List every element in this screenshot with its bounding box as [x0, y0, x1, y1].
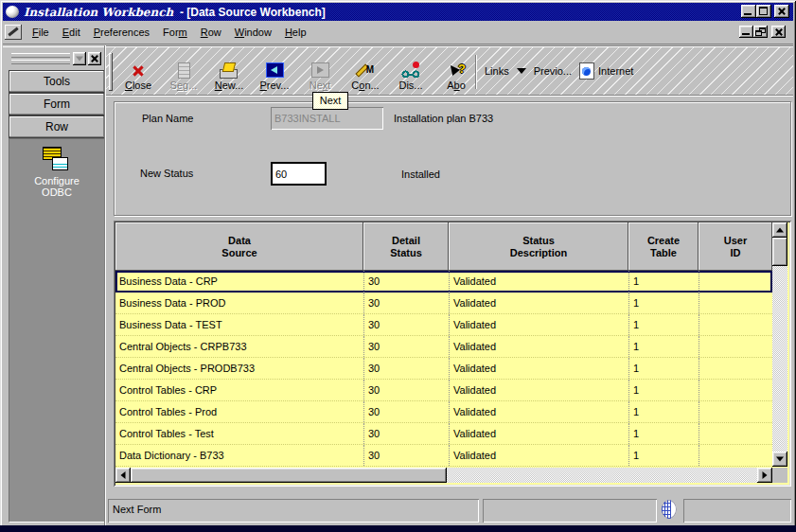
- links-dropdown-icon[interactable]: [517, 68, 526, 74]
- sidebar-tab-form[interactable]: Form: [9, 93, 105, 115]
- column-header-user-id[interactable]: UserID: [699, 222, 772, 271]
- table-row[interactable]: Business Data - TEST30Validated1: [115, 314, 772, 336]
- table-row[interactable]: Central Objects - CRPB73330Validated1: [115, 336, 772, 358]
- column-header-data-source[interactable]: DataSource: [115, 222, 363, 271]
- close-button[interactable]: [774, 5, 789, 18]
- menu-preferences[interactable]: Preferences: [87, 22, 156, 43]
- scroll-left-button[interactable]: [115, 468, 131, 483]
- cell: Validated: [449, 271, 628, 293]
- cell: [699, 445, 772, 466]
- status-message: Next Form: [113, 504, 161, 515]
- menu-help[interactable]: Help: [278, 22, 313, 43]
- cell: Central Objects - CRPB733: [115, 336, 363, 357]
- table-row[interactable]: Business Data - PROD30Validated1: [115, 293, 772, 314]
- app-sphere-icon: [6, 6, 19, 18]
- plan-name-field: [271, 107, 383, 130]
- tab-label: Form: [44, 98, 70, 111]
- toolbar-button-close[interactable]: Close: [116, 52, 160, 92]
- horizontal-scrollbar[interactable]: [115, 468, 772, 483]
- toolbar-button-label: Prev...: [260, 80, 290, 92]
- sidebar-exit-panel: Configure ODBC: [9, 138, 105, 523]
- cell: Validated: [449, 358, 628, 379]
- status-panel-3: [683, 499, 791, 523]
- cell: Business Data - CRP: [115, 271, 363, 293]
- prev-icon: [264, 62, 285, 80]
- sidebar-drag-handle[interactable]: [11, 53, 70, 58]
- table-row[interactable]: Control Tables - CRP30Validated1: [115, 380, 772, 401]
- horizontal-scroll-thumb[interactable]: [131, 468, 447, 483]
- cell: [699, 358, 772, 379]
- links-internet-button[interactable]: Internet: [598, 65, 633, 77]
- toolbar-button-label: Dis...: [398, 80, 422, 92]
- toolbar-button-dis[interactable]: Dis...: [389, 52, 433, 92]
- cell: 30: [363, 293, 449, 313]
- cell: 30: [363, 314, 449, 335]
- cell: 1: [628, 380, 699, 400]
- toolbar-button-abo[interactable]: Abo: [434, 52, 478, 92]
- menu-window[interactable]: Window: [228, 22, 278, 43]
- pen-icon: [355, 62, 376, 80]
- scroll-right-button[interactable]: [757, 468, 772, 483]
- plan-name-label: Plan Name: [142, 113, 193, 124]
- cell: Validated: [449, 314, 628, 335]
- cell: Control Tables - CRP: [115, 380, 363, 400]
- scroll-down-button[interactable]: [772, 452, 787, 467]
- toolbar-button-con[interactable]: Con...: [344, 52, 387, 92]
- cell: 30: [363, 271, 449, 293]
- toolbar-button-prev[interactable]: Prev...: [253, 52, 296, 92]
- app-icon[interactable]: [5, 25, 22, 40]
- sidebar-dropdown-button[interactable]: [73, 52, 86, 65]
- column-header-status-description[interactable]: StatusDescription: [449, 222, 628, 271]
- cell: 1: [628, 271, 699, 293]
- cell: 1: [628, 445, 699, 466]
- table-row[interactable]: Control Tables - Prod30Validated1: [115, 401, 772, 423]
- glasses-icon: [400, 62, 421, 80]
- toolbar-button-next: Next: [298, 52, 342, 92]
- vertical-scrollbar[interactable]: [772, 222, 787, 467]
- cell: 1: [628, 401, 699, 422]
- cell: 1: [628, 293, 699, 313]
- mdi-restore-button[interactable]: [753, 26, 768, 38]
- right-arrow-icon: [763, 471, 768, 479]
- sidebar-close-button[interactable]: [88, 52, 101, 65]
- cell: Validated: [449, 445, 628, 466]
- toolbar-grip[interactable]: [109, 53, 113, 91]
- sidebar-tab-row[interactable]: Row: [9, 115, 105, 138]
- sidebar-drag-handle2[interactable]: [11, 60, 70, 64]
- status-globe-slot: [662, 500, 677, 519]
- column-header-detail-status[interactable]: DetailStatus: [363, 222, 449, 271]
- new-status-field[interactable]: [271, 162, 327, 186]
- menu-edit[interactable]: Edit: [56, 22, 87, 43]
- mdi-close-button[interactable]: [771, 26, 786, 38]
- minimize-button[interactable]: [741, 5, 756, 18]
- menu-form[interactable]: Form: [156, 22, 194, 43]
- left-arrow-icon: [121, 471, 126, 479]
- table-row[interactable]: Business Data - CRP30Validated1: [115, 271, 772, 293]
- window-title: Installation Workbench - [Data Source Wo…: [24, 6, 326, 19]
- links-previous-button[interactable]: Previo...: [534, 65, 572, 77]
- vertical-scroll-thumb[interactable]: [772, 238, 787, 266]
- exit-configure-odbc[interactable]: Configure ODBC: [9, 147, 104, 198]
- scroll-up-button[interactable]: [772, 222, 787, 238]
- toolbar-button-label: Seg...: [170, 80, 198, 92]
- exit-label-line2: ODBC: [9, 186, 104, 198]
- mdi-minimize-button[interactable]: [739, 26, 753, 38]
- table-row[interactable]: Control Tables - Test30Validated1: [115, 423, 772, 445]
- menu-file[interactable]: File: [26, 22, 56, 43]
- cell: [699, 293, 772, 313]
- table-row[interactable]: Central Objects - PRODB73330Validated1: [115, 358, 772, 380]
- sidebar-divider-hl: [105, 45, 106, 526]
- maximize-button[interactable]: [756, 5, 771, 18]
- cell: [699, 401, 772, 422]
- exit-label-line1: Configure: [9, 175, 104, 186]
- toolbar-button-new[interactable]: New...: [207, 52, 251, 92]
- table-row[interactable]: Data Dictionary - B73330Validated1: [115, 445, 772, 467]
- sidebar-tab-tools[interactable]: Tools: [9, 70, 105, 93]
- cell: 30: [363, 401, 449, 422]
- links-label: Links: [485, 65, 509, 77]
- up-arrow-icon: [776, 228, 784, 233]
- column-header-create-table[interactable]: CreateTable: [628, 222, 699, 271]
- cell: 30: [363, 380, 449, 400]
- menu-row[interactable]: Row: [194, 22, 228, 43]
- cell: 30: [363, 336, 449, 357]
